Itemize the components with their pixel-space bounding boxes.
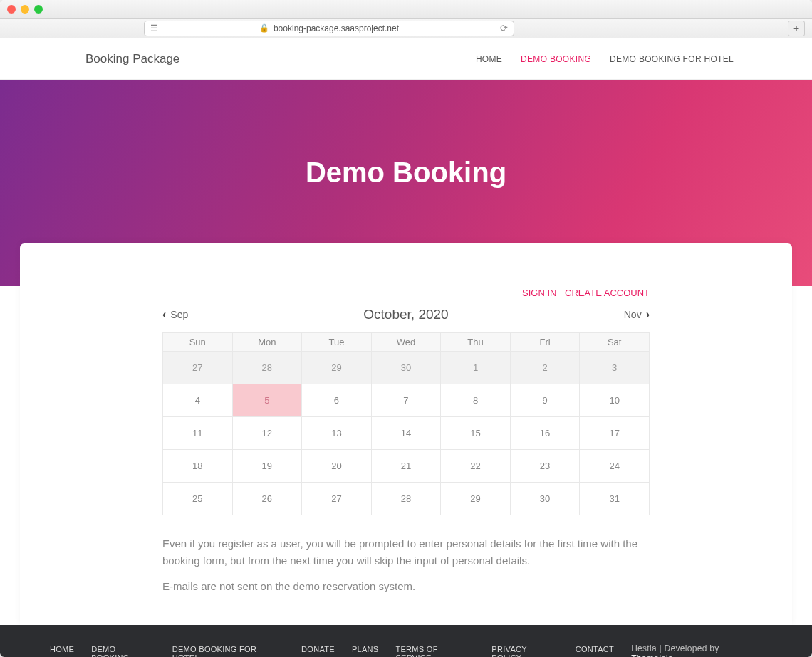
minimize-window-icon[interactable] — [21, 5, 29, 14]
traffic-lights — [7, 5, 43, 14]
nav-link-demo-booking[interactable]: DEMO BOOKING — [521, 54, 591, 64]
calendar-day[interactable]: 6 — [302, 384, 372, 417]
day-header: Sun — [163, 333, 233, 352]
calendar-day[interactable]: 27 — [302, 483, 372, 515]
page-title: Demo Booking — [306, 157, 506, 189]
calendar-day[interactable]: 22 — [441, 450, 511, 483]
calendar-day[interactable]: 27 — [163, 352, 233, 384]
calendar-day[interactable]: 1 — [441, 352, 511, 384]
sign-in-link[interactable]: SIGN IN — [522, 288, 556, 298]
footer-link-privacy-policy[interactable]: PRIVACY POLICY — [491, 645, 558, 657]
calendar-day[interactable]: 18 — [163, 450, 233, 483]
calendar-day[interactable]: 23 — [510, 450, 580, 483]
calendar-row: 18192021222324 — [163, 450, 650, 483]
day-header: Tue — [302, 333, 372, 352]
next-month-label: Nov — [624, 309, 642, 320]
calendar-day[interactable]: 15 — [441, 417, 511, 450]
chevron-right-icon: › — [646, 308, 650, 321]
calendar-day[interactable]: 7 — [371, 384, 441, 417]
footer-links: HOMEDEMO BOOKINGDEMO BOOKING FOR HOTELDO… — [50, 645, 614, 657]
maximize-window-icon[interactable] — [34, 5, 43, 14]
content-card: SIGN IN CREATE ACCOUNT ‹ Sep October, 20… — [20, 243, 792, 625]
calendar-day[interactable]: 30 — [371, 352, 441, 384]
day-header: Fri — [510, 333, 580, 352]
calendar-day[interactable]: 10 — [580, 384, 650, 417]
note-paragraph: Even if you register as a user, you will… — [162, 535, 650, 569]
calendar-day[interactable]: 17 — [580, 417, 650, 450]
calendar-row: 27282930123 — [163, 352, 650, 384]
day-header: Wed — [371, 333, 441, 352]
day-header: Mon — [232, 333, 302, 352]
calendar-day[interactable]: 5 — [232, 384, 302, 417]
calendar-day[interactable]: 30 — [510, 483, 580, 515]
auth-links: SIGN IN CREATE ACCOUNT — [162, 288, 650, 298]
calendar-day[interactable]: 19 — [232, 450, 302, 483]
calendar-header: ‹ Sep October, 2020 Nov › — [162, 307, 650, 322]
address-bar-row: ☰ 🔒 booking-package.saasproject.net ⟳ + — [0, 19, 812, 38]
calendar-row: 11121314151617 — [163, 417, 650, 450]
footer-credit: Hestia | Developed by ThemeIsle — [631, 643, 762, 657]
calendar-day[interactable]: 28 — [371, 483, 441, 515]
calendar-day[interactable]: 4 — [163, 384, 233, 417]
calendar-day[interactable]: 31 — [580, 483, 650, 515]
footer-link-terms-of-service[interactable]: TERMS OF SERVICE — [395, 645, 474, 657]
calendar-table: SunMonTueWedThuFriSat 272829301234567891… — [162, 332, 650, 515]
nav-links: HOMEDEMO BOOKINGDEMO BOOKING FOR HOTEL — [476, 54, 734, 64]
calendar-day[interactable]: 25 — [163, 483, 233, 515]
footer: HOMEDEMO BOOKINGDEMO BOOKING FOR HOTELDO… — [0, 625, 812, 657]
create-account-link[interactable]: CREATE ACCOUNT — [565, 288, 650, 298]
calendar-day[interactable]: 2 — [510, 352, 580, 384]
close-window-icon[interactable] — [7, 5, 16, 14]
note-paragraph: E-mails are not sent on the demo reserva… — [162, 578, 650, 595]
refresh-icon[interactable]: ⟳ — [500, 23, 508, 33]
calendar-row: 25262728293031 — [163, 483, 650, 515]
window-titlebar — [0, 0, 812, 19]
footer-link-contact[interactable]: CONTACT — [576, 645, 614, 657]
footer-link-demo-booking[interactable]: DEMO BOOKING — [91, 645, 155, 657]
credit-theme-link[interactable]: ThemeIsle — [631, 653, 673, 657]
calendar-day[interactable]: 13 — [302, 417, 372, 450]
browser-window: ☰ 🔒 booking-package.saasproject.net ⟳ + … — [0, 0, 812, 657]
calendar-day[interactable]: 12 — [232, 417, 302, 450]
calendar-day[interactable]: 8 — [441, 384, 511, 417]
url-text: booking-package.saasproject.net — [274, 23, 399, 33]
prev-month-button[interactable]: ‹ Sep — [162, 308, 188, 321]
calendar-day[interactable]: 16 — [510, 417, 580, 450]
footer-link-home[interactable]: HOME — [50, 645, 74, 657]
footer-link-plans[interactable]: PLANS — [352, 645, 379, 657]
new-tab-button[interactable]: + — [788, 21, 805, 36]
nav-link-demo-booking-for-hotel[interactable]: DEMO BOOKING FOR HOTEL — [610, 54, 734, 64]
notes-section: Even if you register as a user, you will… — [162, 535, 650, 595]
chevron-left-icon: ‹ — [162, 308, 166, 321]
calendar-day[interactable]: 26 — [232, 483, 302, 515]
calendar-day[interactable]: 29 — [441, 483, 511, 515]
calendar-day[interactable]: 14 — [371, 417, 441, 450]
day-header: Thu — [441, 333, 511, 352]
reader-mode-icon[interactable]: ☰ — [150, 23, 158, 33]
calendar-day[interactable]: 3 — [580, 352, 650, 384]
credit-prefix: Hestia | Developed by — [631, 643, 719, 653]
top-nav: Booking Package HOMEDEMO BOOKINGDEMO BOO… — [0, 38, 812, 80]
nav-link-home[interactable]: HOME — [476, 54, 502, 64]
calendar-row: 45678910 — [163, 384, 650, 417]
calendar-day[interactable]: 21 — [371, 450, 441, 483]
brand-title[interactable]: Booking Package — [85, 52, 179, 66]
calendar-day[interactable]: 28 — [232, 352, 302, 384]
next-month-button[interactable]: Nov › — [624, 308, 650, 321]
footer-link-donate[interactable]: DONATE — [301, 645, 335, 657]
prev-month-label: Sep — [170, 309, 188, 320]
page-viewport: Booking Package HOMEDEMO BOOKINGDEMO BOO… — [0, 38, 812, 657]
calendar-day[interactable]: 24 — [580, 450, 650, 483]
lock-icon: 🔒 — [259, 23, 269, 33]
footer-link-demo-booking-for-hotel[interactable]: DEMO BOOKING FOR HOTEL — [172, 645, 284, 657]
calendar-day[interactable]: 20 — [302, 450, 372, 483]
calendar-day[interactable]: 29 — [302, 352, 372, 384]
calendar-day[interactable]: 11 — [163, 417, 233, 450]
calendar-day[interactable]: 9 — [510, 384, 580, 417]
calendar-title: October, 2020 — [363, 307, 448, 322]
day-header: Sat — [580, 333, 650, 352]
address-bar[interactable]: ☰ 🔒 booking-package.saasproject.net ⟳ — [144, 21, 514, 36]
